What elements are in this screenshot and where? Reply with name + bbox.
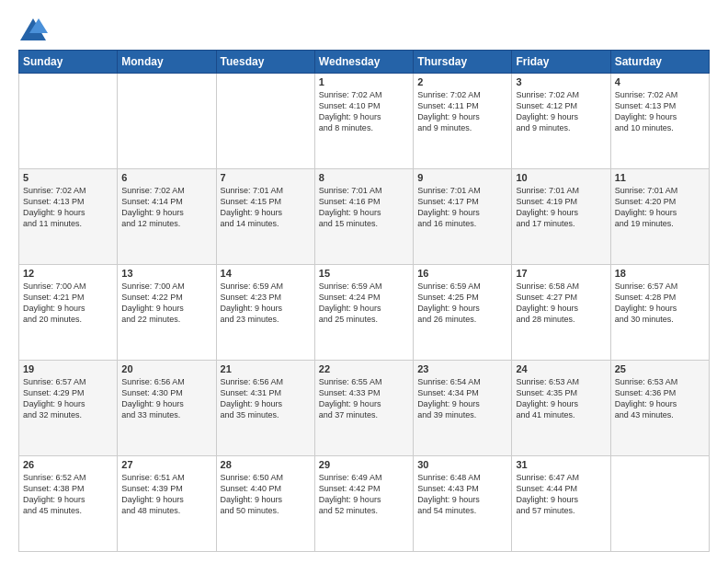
day-info: Sunrise: 7:02 AM Sunset: 4:12 PM Dayligh… (516, 89, 606, 134)
day-number: 24 (516, 363, 606, 374)
weekday-header-tuesday: Tuesday (216, 51, 314, 74)
day-info: Sunrise: 7:02 AM Sunset: 4:13 PM Dayligh… (23, 185, 113, 230)
day-info: Sunrise: 7:02 AM Sunset: 4:13 PM Dayligh… (615, 89, 705, 134)
calendar-cell: 26Sunrise: 6:52 AM Sunset: 4:38 PM Dayli… (19, 456, 118, 552)
calendar-cell: 31Sunrise: 6:47 AM Sunset: 4:44 PM Dayli… (512, 456, 610, 552)
day-info: Sunrise: 6:58 AM Sunset: 4:27 PM Dayligh… (516, 281, 606, 326)
weekday-header-saturday: Saturday (610, 51, 709, 74)
calendar-cell: 13Sunrise: 7:00 AM Sunset: 4:22 PM Dayli… (118, 265, 216, 361)
page: SundayMondayTuesdayWednesdayThursdayFrid… (0, 0, 728, 563)
day-info: Sunrise: 6:53 AM Sunset: 4:35 PM Dayligh… (516, 376, 606, 421)
calendar-cell: 25Sunrise: 6:53 AM Sunset: 4:36 PM Dayli… (610, 361, 709, 456)
day-info: Sunrise: 6:50 AM Sunset: 4:40 PM Dayligh… (221, 472, 311, 517)
calendar-cell: 24Sunrise: 6:53 AM Sunset: 4:35 PM Dayli… (512, 361, 610, 456)
day-info: Sunrise: 7:02 AM Sunset: 4:14 PM Dayligh… (121, 185, 211, 230)
day-number: 11 (615, 172, 705, 183)
day-info: Sunrise: 7:00 AM Sunset: 4:21 PM Dayligh… (23, 281, 113, 326)
day-number: 13 (121, 268, 211, 279)
day-info: Sunrise: 7:02 AM Sunset: 4:10 PM Dayligh… (319, 89, 409, 134)
calendar-cell: 21Sunrise: 6:56 AM Sunset: 4:31 PM Dayli… (216, 361, 314, 456)
calendar-cell: 23Sunrise: 6:54 AM Sunset: 4:34 PM Dayli… (414, 361, 512, 456)
day-number: 18 (615, 268, 705, 279)
calendar-cell: 1Sunrise: 7:02 AM Sunset: 4:10 PM Daylig… (314, 74, 413, 169)
day-number: 21 (221, 363, 311, 374)
weekday-header-monday: Monday (118, 51, 216, 74)
calendar-cell: 14Sunrise: 6:59 AM Sunset: 4:23 PM Dayli… (216, 265, 314, 361)
calendar-cell: 30Sunrise: 6:48 AM Sunset: 4:43 PM Dayli… (414, 456, 512, 552)
weekday-header-thursday: Thursday (414, 51, 512, 74)
day-info: Sunrise: 6:59 AM Sunset: 4:23 PM Dayligh… (221, 281, 311, 326)
calendar-cell: 18Sunrise: 6:57 AM Sunset: 4:28 PM Dayli… (610, 265, 709, 361)
day-info: Sunrise: 7:00 AM Sunset: 4:22 PM Dayligh… (121, 281, 211, 326)
day-number: 9 (417, 172, 507, 183)
day-number: 31 (516, 459, 606, 470)
day-number: 30 (417, 459, 507, 470)
day-info: Sunrise: 6:57 AM Sunset: 4:29 PM Dayligh… (23, 376, 113, 421)
weekday-header-row: SundayMondayTuesdayWednesdayThursdayFrid… (19, 51, 710, 74)
calendar-cell: 15Sunrise: 6:59 AM Sunset: 4:24 PM Dayli… (314, 265, 413, 361)
day-number: 22 (319, 363, 409, 374)
day-number: 26 (23, 459, 113, 470)
calendar-cell: 10Sunrise: 7:01 AM Sunset: 4:19 PM Dayli… (512, 169, 610, 265)
day-info: Sunrise: 6:59 AM Sunset: 4:24 PM Dayligh… (319, 281, 409, 326)
day-info: Sunrise: 7:01 AM Sunset: 4:15 PM Dayligh… (221, 185, 311, 230)
calendar-cell: 5Sunrise: 7:02 AM Sunset: 4:13 PM Daylig… (19, 169, 118, 265)
calendar-cell: 29Sunrise: 6:49 AM Sunset: 4:42 PM Dayli… (314, 456, 413, 552)
day-number: 10 (516, 172, 606, 183)
week-row-2: 5Sunrise: 7:02 AM Sunset: 4:13 PM Daylig… (19, 169, 710, 265)
day-info: Sunrise: 6:56 AM Sunset: 4:30 PM Dayligh… (121, 376, 211, 421)
calendar-cell: 3Sunrise: 7:02 AM Sunset: 4:12 PM Daylig… (512, 74, 610, 169)
day-info: Sunrise: 7:02 AM Sunset: 4:11 PM Dayligh… (417, 89, 507, 134)
day-number: 7 (221, 172, 311, 183)
day-number: 20 (121, 363, 211, 374)
week-row-5: 26Sunrise: 6:52 AM Sunset: 4:38 PM Dayli… (19, 456, 710, 552)
calendar-cell (118, 74, 216, 169)
calendar-cell (216, 74, 314, 169)
calendar-cell: 22Sunrise: 6:55 AM Sunset: 4:33 PM Dayli… (314, 361, 413, 456)
day-info: Sunrise: 6:54 AM Sunset: 4:34 PM Dayligh… (417, 376, 507, 421)
calendar-cell: 16Sunrise: 6:59 AM Sunset: 4:25 PM Dayli… (414, 265, 512, 361)
weekday-header-sunday: Sunday (19, 51, 118, 74)
day-info: Sunrise: 7:01 AM Sunset: 4:20 PM Dayligh… (615, 185, 705, 230)
day-info: Sunrise: 7:01 AM Sunset: 4:19 PM Dayligh… (516, 185, 606, 230)
calendar-cell: 2Sunrise: 7:02 AM Sunset: 4:11 PM Daylig… (414, 74, 512, 169)
day-info: Sunrise: 6:52 AM Sunset: 4:38 PM Dayligh… (23, 472, 113, 517)
week-row-4: 19Sunrise: 6:57 AM Sunset: 4:29 PM Dayli… (19, 361, 710, 456)
day-number: 16 (417, 268, 507, 279)
day-number: 14 (221, 268, 311, 279)
calendar-cell: 12Sunrise: 7:00 AM Sunset: 4:21 PM Dayli… (19, 265, 118, 361)
calendar-cell: 17Sunrise: 6:58 AM Sunset: 4:27 PM Dayli… (512, 265, 610, 361)
day-number: 2 (417, 76, 507, 87)
calendar-cell: 4Sunrise: 7:02 AM Sunset: 4:13 PM Daylig… (610, 74, 709, 169)
day-info: Sunrise: 6:59 AM Sunset: 4:25 PM Dayligh… (417, 281, 507, 326)
calendar-cell: 11Sunrise: 7:01 AM Sunset: 4:20 PM Dayli… (610, 169, 709, 265)
calendar-cell: 8Sunrise: 7:01 AM Sunset: 4:16 PM Daylig… (314, 169, 413, 265)
day-number: 15 (319, 268, 409, 279)
day-number: 3 (516, 76, 606, 87)
calendar-cell: 28Sunrise: 6:50 AM Sunset: 4:40 PM Dayli… (216, 456, 314, 552)
header (18, 17, 710, 42)
logo (18, 17, 51, 42)
calendar-table: SundayMondayTuesdayWednesdayThursdayFrid… (18, 50, 710, 552)
day-number: 12 (23, 268, 113, 279)
day-info: Sunrise: 6:55 AM Sunset: 4:33 PM Dayligh… (319, 376, 409, 421)
day-number: 17 (516, 268, 606, 279)
day-info: Sunrise: 6:48 AM Sunset: 4:43 PM Dayligh… (417, 472, 507, 517)
day-info: Sunrise: 6:57 AM Sunset: 4:28 PM Dayligh… (615, 281, 705, 326)
calendar-cell (19, 74, 118, 169)
day-info: Sunrise: 6:56 AM Sunset: 4:31 PM Dayligh… (221, 376, 311, 421)
day-number: 8 (319, 172, 409, 183)
day-number: 25 (615, 363, 705, 374)
day-number: 4 (615, 76, 705, 87)
day-info: Sunrise: 7:01 AM Sunset: 4:17 PM Dayligh… (417, 185, 507, 230)
day-number: 23 (417, 363, 507, 374)
week-row-1: 1Sunrise: 7:02 AM Sunset: 4:10 PM Daylig… (19, 74, 710, 169)
weekday-header-wednesday: Wednesday (314, 51, 413, 74)
logo-icon (18, 17, 48, 42)
day-info: Sunrise: 6:47 AM Sunset: 4:44 PM Dayligh… (516, 472, 606, 517)
day-info: Sunrise: 6:53 AM Sunset: 4:36 PM Dayligh… (615, 376, 705, 421)
day-number: 29 (319, 459, 409, 470)
day-number: 1 (319, 76, 409, 87)
day-number: 6 (121, 172, 211, 183)
day-number: 5 (23, 172, 113, 183)
